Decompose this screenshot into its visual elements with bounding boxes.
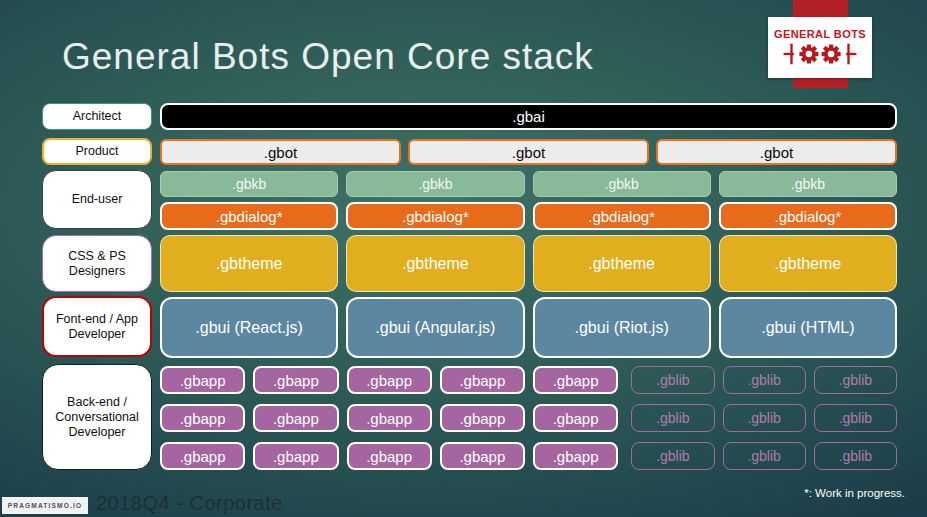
- stack-box-gblib: .gblib: [723, 442, 806, 470]
- page-title: General Bots Open Core stack: [62, 36, 594, 78]
- stack-box-gbapp: .gbapp: [440, 404, 525, 432]
- role-label-end-user: End-user: [42, 170, 152, 229]
- logo-text: GENERAL BOTS: [774, 28, 866, 40]
- stack-box-gbapp: .gbapp: [533, 366, 618, 394]
- stack-box-gbot: .gbot: [160, 139, 401, 165]
- stack-box-gbdialog: .gbdialog*: [533, 202, 711, 230]
- row-gbkb: .gbkb .gbkb .gbkb .gbkb: [160, 171, 897, 197]
- stack-box-gblib: .gblib: [723, 404, 806, 432]
- stack-box-gbtheme: .gbtheme: [719, 235, 897, 292]
- gears-icon: [782, 41, 858, 67]
- role-label-architect: Architect: [42, 103, 152, 130]
- stack-box-gbui-angular: .gbui (Angular.js): [346, 297, 524, 358]
- stack-box-gbapp: .gbapp: [533, 404, 618, 432]
- stack-box-gbui-react: .gbui (React.js): [160, 297, 338, 358]
- stack-box-gbdialog: .gbdialog*: [346, 202, 524, 230]
- stack-box-gbtheme: .gbtheme: [346, 235, 524, 292]
- stack-box-gblib: .gblib: [814, 366, 897, 394]
- stack-box-gbui-riot: .gbui (Riot.js): [533, 297, 711, 358]
- stack-box-gbot: .gbot: [408, 139, 649, 165]
- role-label-css-ps-designers: CSS & PS Designers: [42, 235, 152, 292]
- stack-box-gbapp: .gbapp: [160, 404, 245, 432]
- footer-caption: 2018Q4 - Corporate: [96, 492, 283, 515]
- row-gbdialog: .gbdialog* .gbdialog* .gbdialog* .gbdial…: [160, 202, 897, 230]
- role-label-backend-conversational-developer: Back-end / Conversational Developer: [42, 364, 152, 470]
- stack-box-gbkb: .gbkb: [719, 171, 897, 197]
- stack-box-gblib: .gblib: [723, 366, 806, 394]
- stack-box-gbapp: .gbapp: [533, 442, 618, 470]
- stack-box-gblib: .gblib: [814, 442, 897, 470]
- stack-box-gbapp: .gbapp: [160, 366, 245, 394]
- role-label-frontend-app-developer: Font-end / App Developer: [42, 296, 152, 357]
- stack-box-gbapp: .gbapp: [253, 366, 338, 394]
- stack-box-gbkb: .gbkb: [533, 171, 711, 197]
- stack-box-gbkb: .gbkb: [160, 171, 338, 197]
- work-in-progress-footnote: *: Work in progress.: [804, 487, 905, 499]
- stack-box-gbai: .gbai: [160, 103, 897, 130]
- stack-box-gbapp: .gbapp: [347, 442, 432, 470]
- stack-box-gbdialog: .gbdialog*: [160, 202, 338, 230]
- row-gbapp-gblib: .gbapp .gbapp .gbapp .gbapp .gbapp .gbli…: [160, 404, 897, 432]
- row-gbot: .gbot .gbot .gbot: [160, 139, 897, 165]
- stack-box-gbapp: .gbapp: [347, 404, 432, 432]
- stack-box-gbapp: .gbapp: [347, 366, 432, 394]
- stack-box-gbtheme: .gbtheme: [160, 235, 338, 292]
- stack-box-gbapp: .gbapp: [253, 442, 338, 470]
- stack-box-gblib: .gblib: [631, 404, 714, 432]
- stack-box-gbapp: .gbapp: [440, 366, 525, 394]
- row-gbtheme: .gbtheme .gbtheme .gbtheme .gbtheme: [160, 235, 897, 292]
- general-bots-logo: GENERAL BOTS: [768, 17, 872, 78]
- stack-box-gbapp: .gbapp: [253, 404, 338, 432]
- stack-box-gbtheme: .gbtheme: [533, 235, 711, 292]
- slide: General Bots Open Core stack GENERAL BOT…: [0, 0, 927, 517]
- row-gbapp-gblib: .gbapp .gbapp .gbapp .gbapp .gbapp .gbli…: [160, 442, 897, 470]
- row-gbui: .gbui (React.js) .gbui (Angular.js) .gbu…: [160, 297, 897, 358]
- pragmatismo-logo: PRAGMATISMO.IO: [2, 497, 88, 514]
- stack-box-gbui-html: .gbui (HTML): [719, 297, 897, 358]
- stack-box-gblib: .gblib: [631, 442, 714, 470]
- stack-box-gbdialog: .gbdialog*: [719, 202, 897, 230]
- role-label-product: Product: [42, 138, 152, 165]
- stack-box-gbapp: .gbapp: [160, 442, 245, 470]
- stack-box-gbkb: .gbkb: [346, 171, 524, 197]
- stack-box-gblib: .gblib: [814, 404, 897, 432]
- stack-box-gbot: .gbot: [656, 139, 897, 165]
- stack-box-gbapp: .gbapp: [440, 442, 525, 470]
- stack-box-gblib: .gblib: [631, 366, 714, 394]
- row-gbapp-gblib: .gbapp .gbapp .gbapp .gbapp .gbapp .gbli…: [160, 366, 897, 394]
- row-gbai: .gbai: [160, 103, 897, 130]
